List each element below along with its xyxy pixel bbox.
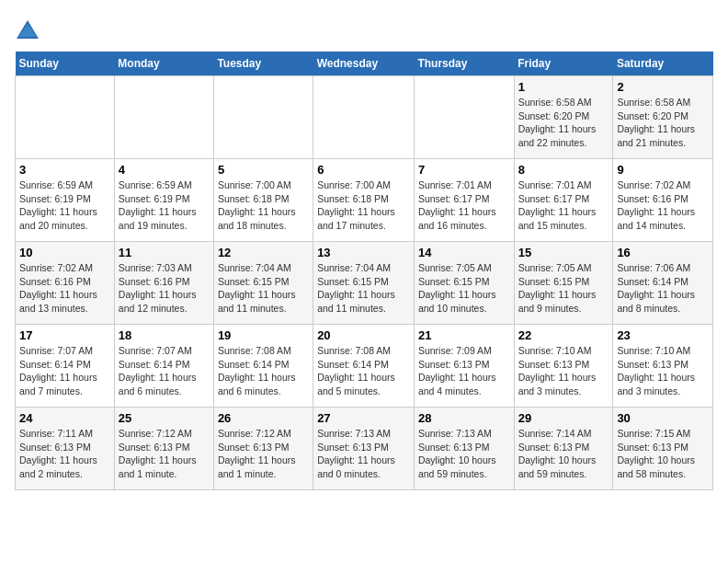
calendar-cell: 6Sunrise: 7:00 AM Sunset: 6:18 PM Daylig… xyxy=(313,159,415,242)
day-number: 24 xyxy=(19,411,110,425)
calendar-cell: 16Sunrise: 7:06 AM Sunset: 6:14 PM Dayli… xyxy=(613,242,713,325)
calendar-cell: 7Sunrise: 7:01 AM Sunset: 6:17 PM Daylig… xyxy=(414,159,514,242)
day-info: Sunrise: 7:02 AM Sunset: 6:16 PM Dayligh… xyxy=(617,178,709,233)
calendar-cell: 14Sunrise: 7:05 AM Sunset: 6:15 PM Dayli… xyxy=(414,242,514,325)
calendar-cell: 12Sunrise: 7:04 AM Sunset: 6:15 PM Dayli… xyxy=(213,242,313,325)
day-info: Sunrise: 7:08 AM Sunset: 6:14 PM Dayligh… xyxy=(218,344,309,398)
calendar-cell: 18Sunrise: 7:07 AM Sunset: 6:14 PM Dayli… xyxy=(114,325,213,408)
day-number: 16 xyxy=(617,246,709,259)
day-number: 15 xyxy=(518,246,609,259)
day-number: 29 xyxy=(518,411,609,425)
header-wednesday: Wednesday xyxy=(313,52,415,76)
day-info: Sunrise: 7:10 AM Sunset: 6:13 PM Dayligh… xyxy=(617,344,709,398)
day-info: Sunrise: 7:05 AM Sunset: 6:15 PM Dayligh… xyxy=(518,261,609,316)
calendar-cell: 27Sunrise: 7:13 AM Sunset: 6:13 PM Dayli… xyxy=(313,408,415,490)
calendar-cell: 22Sunrise: 7:10 AM Sunset: 6:13 PM Dayli… xyxy=(514,325,613,408)
day-number: 21 xyxy=(418,328,510,342)
day-info: Sunrise: 7:09 AM Sunset: 6:13 PM Dayligh… xyxy=(418,344,510,398)
day-info: Sunrise: 7:07 AM Sunset: 6:14 PM Dayligh… xyxy=(119,344,210,398)
calendar-cell: 17Sunrise: 7:07 AM Sunset: 6:14 PM Dayli… xyxy=(16,325,115,408)
day-info: Sunrise: 7:13 AM Sunset: 6:13 PM Dayligh… xyxy=(317,427,410,481)
day-info: Sunrise: 6:58 AM Sunset: 6:20 PM Dayligh… xyxy=(518,96,609,150)
calendar-cell: 23Sunrise: 7:10 AM Sunset: 6:13 PM Dayli… xyxy=(613,325,713,408)
day-info: Sunrise: 7:15 AM Sunset: 6:13 PM Dayligh… xyxy=(617,427,709,481)
day-number: 12 xyxy=(218,246,309,259)
calendar-cell: 10Sunrise: 7:02 AM Sunset: 6:16 PM Dayli… xyxy=(16,242,115,325)
calendar-cell: 11Sunrise: 7:03 AM Sunset: 6:16 PM Dayli… xyxy=(114,242,213,325)
day-info: Sunrise: 7:12 AM Sunset: 6:13 PM Dayligh… xyxy=(119,427,210,481)
day-number: 10 xyxy=(19,246,110,259)
day-info: Sunrise: 6:59 AM Sunset: 6:19 PM Dayligh… xyxy=(119,178,210,233)
calendar-header-row: SundayMondayTuesdayWednesdayThursdayFrid… xyxy=(16,52,713,76)
day-number: 22 xyxy=(518,328,609,342)
day-info: Sunrise: 7:11 AM Sunset: 6:13 PM Dayligh… xyxy=(19,427,110,481)
calendar-cell: 26Sunrise: 7:12 AM Sunset: 6:13 PM Dayli… xyxy=(213,408,313,490)
day-number: 23 xyxy=(617,328,709,342)
calendar-cell: 28Sunrise: 7:13 AM Sunset: 6:13 PM Dayli… xyxy=(414,408,514,490)
day-number: 14 xyxy=(418,246,510,259)
calendar-cell: 13Sunrise: 7:04 AM Sunset: 6:15 PM Dayli… xyxy=(313,242,415,325)
day-info: Sunrise: 7:07 AM Sunset: 6:14 PM Dayligh… xyxy=(19,344,110,398)
calendar-cell: 30Sunrise: 7:15 AM Sunset: 6:13 PM Dayli… xyxy=(613,408,713,490)
calendar-week-2: 3Sunrise: 6:59 AM Sunset: 6:19 PM Daylig… xyxy=(16,159,713,242)
day-info: Sunrise: 7:00 AM Sunset: 6:18 PM Dayligh… xyxy=(317,178,410,233)
day-info: Sunrise: 7:04 AM Sunset: 6:15 PM Dayligh… xyxy=(317,261,410,316)
day-number: 1 xyxy=(518,80,609,94)
day-info: Sunrise: 7:00 AM Sunset: 6:18 PM Dayligh… xyxy=(218,178,309,233)
calendar-week-1: 1Sunrise: 6:58 AM Sunset: 6:20 PM Daylig… xyxy=(16,76,713,159)
day-number: 6 xyxy=(317,163,410,177)
header-saturday: Saturday xyxy=(613,52,713,76)
day-number: 13 xyxy=(317,246,410,259)
day-number: 2 xyxy=(617,80,709,94)
calendar-week-4: 17Sunrise: 7:07 AM Sunset: 6:14 PM Dayli… xyxy=(16,325,713,408)
logo-icon xyxy=(15,18,40,44)
calendar-cell: 5Sunrise: 7:00 AM Sunset: 6:18 PM Daylig… xyxy=(213,159,313,242)
day-number: 4 xyxy=(119,163,210,177)
day-number: 11 xyxy=(119,246,210,259)
day-info: Sunrise: 7:12 AM Sunset: 6:13 PM Dayligh… xyxy=(218,427,309,481)
calendar-week-3: 10Sunrise: 7:02 AM Sunset: 6:16 PM Dayli… xyxy=(16,242,713,325)
calendar-cell: 24Sunrise: 7:11 AM Sunset: 6:13 PM Dayli… xyxy=(16,408,115,490)
day-info: Sunrise: 7:03 AM Sunset: 6:16 PM Dayligh… xyxy=(119,261,210,316)
day-info: Sunrise: 7:02 AM Sunset: 6:16 PM Dayligh… xyxy=(19,261,110,316)
header-tuesday: Tuesday xyxy=(213,52,313,76)
calendar-cell: 3Sunrise: 6:59 AM Sunset: 6:19 PM Daylig… xyxy=(16,159,115,242)
day-info: Sunrise: 7:14 AM Sunset: 6:13 PM Dayligh… xyxy=(518,427,609,481)
day-info: Sunrise: 7:13 AM Sunset: 6:13 PM Dayligh… xyxy=(418,427,510,481)
calendar-cell: 19Sunrise: 7:08 AM Sunset: 6:14 PM Dayli… xyxy=(213,325,313,408)
day-number: 17 xyxy=(19,328,110,342)
day-info: Sunrise: 7:10 AM Sunset: 6:13 PM Dayligh… xyxy=(518,344,609,398)
calendar-cell xyxy=(114,76,213,159)
day-number: 27 xyxy=(317,411,410,425)
svg-marker-1 xyxy=(18,24,37,37)
calendar-cell: 8Sunrise: 7:01 AM Sunset: 6:17 PM Daylig… xyxy=(514,159,613,242)
day-number: 8 xyxy=(518,163,609,177)
calendar-cell xyxy=(414,76,514,159)
calendar-cell: 15Sunrise: 7:05 AM Sunset: 6:15 PM Dayli… xyxy=(514,242,613,325)
day-number: 19 xyxy=(218,328,309,342)
day-info: Sunrise: 7:01 AM Sunset: 6:17 PM Dayligh… xyxy=(418,178,510,233)
day-number: 25 xyxy=(119,411,210,425)
day-number: 7 xyxy=(418,163,510,177)
day-info: Sunrise: 6:59 AM Sunset: 6:19 PM Dayligh… xyxy=(19,178,110,233)
day-number: 26 xyxy=(218,411,309,425)
calendar-cell xyxy=(313,76,415,159)
calendar-cell: 4Sunrise: 6:59 AM Sunset: 6:19 PM Daylig… xyxy=(114,159,213,242)
day-number: 3 xyxy=(19,163,110,177)
day-info: Sunrise: 6:58 AM Sunset: 6:20 PM Dayligh… xyxy=(617,96,709,150)
day-number: 18 xyxy=(119,328,210,342)
calendar-cell: 20Sunrise: 7:08 AM Sunset: 6:14 PM Dayli… xyxy=(313,325,415,408)
calendar-cell: 25Sunrise: 7:12 AM Sunset: 6:13 PM Dayli… xyxy=(114,408,213,490)
calendar-cell: 29Sunrise: 7:14 AM Sunset: 6:13 PM Dayli… xyxy=(514,408,613,490)
header-monday: Monday xyxy=(114,52,213,76)
calendar-cell: 1Sunrise: 6:58 AM Sunset: 6:20 PM Daylig… xyxy=(514,76,613,159)
calendar-cell: 9Sunrise: 7:02 AM Sunset: 6:16 PM Daylig… xyxy=(613,159,713,242)
header-thursday: Thursday xyxy=(414,52,514,76)
day-info: Sunrise: 7:04 AM Sunset: 6:15 PM Dayligh… xyxy=(218,261,309,316)
logo xyxy=(15,18,42,44)
header xyxy=(15,15,713,44)
calendar-cell: 2Sunrise: 6:58 AM Sunset: 6:20 PM Daylig… xyxy=(613,76,713,159)
calendar-week-5: 24Sunrise: 7:11 AM Sunset: 6:13 PM Dayli… xyxy=(16,408,713,490)
day-number: 9 xyxy=(617,163,709,177)
day-info: Sunrise: 7:06 AM Sunset: 6:14 PM Dayligh… xyxy=(617,261,709,316)
